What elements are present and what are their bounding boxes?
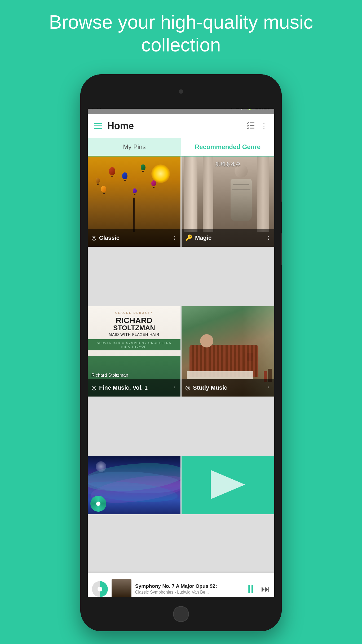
magic-key-icon: 🔑: [185, 234, 192, 241]
app-bar-left: Home: [94, 120, 134, 132]
fm-richard-text: RICHARD: [93, 316, 175, 324]
genre-item-fine-music[interactable]: CLAUDE DEBUSSY RICHARD STOLTZMAN MAID WI…: [88, 306, 180, 397]
hamburger-line-1: [94, 123, 102, 124]
genre-grid: ◎ Classic ⋮: [88, 156, 274, 573]
hero-title: Browse your high-quality music collectio…: [49, 11, 313, 55]
hamburger-menu-button[interactable]: [94, 123, 102, 129]
fm-claude-text: CLAUDE DEBUSSY: [93, 311, 175, 314]
fine-music-more-dots: ⋮: [173, 385, 177, 390]
magic-label-text: Magic: [195, 234, 211, 241]
app-bar: Home ⋮: [88, 114, 274, 138]
player-controls: ⏸ ⏭: [245, 583, 270, 595]
fine-music-label: ◎ Fine Music, Vol. 1 ⋮: [88, 379, 180, 397]
phone-outer: ♪ 🖼 📍 ⊖ ▲ ▶ 🔋 15:26: [80, 74, 282, 631]
app-bar-right: ⋮: [246, 121, 268, 130]
genre-item-magic[interactable]: 浜崎あゆみ 🔑 Magic ⋮: [182, 156, 274, 247]
tabs-bar: My Pins Recommended Genre: [88, 138, 274, 156]
fm-maid-text: MAID WITH FLAXEN HAIR: [93, 332, 175, 337]
player-title: Symphony No. 7 A Major Opus 92:: [135, 583, 241, 589]
screen: ♪ 🖼 📍 ⊖ ▲ ▶ 🔋 15:26: [88, 101, 274, 605]
play-pause-button[interactable]: ⏸: [245, 583, 257, 595]
checklist-button[interactable]: [246, 122, 255, 130]
phone-bottom-bezel: [80, 597, 282, 631]
player-artist: Classic Symphonies - Ludwig Van Be...: [135, 590, 241, 595]
checklist-icon: [246, 122, 255, 129]
player-info: Symphony No. 7 A Major Opus 92: Classic …: [135, 583, 241, 595]
classic-label: ◎ Classic ⋮: [88, 229, 180, 247]
hamburger-line-2: [94, 125, 102, 126]
tab-recommended-genre[interactable]: Recommended Genre: [181, 138, 274, 156]
home-button[interactable]: [173, 606, 189, 622]
fm-kirk-text: KIRK TREVOR: [93, 345, 175, 348]
study-more-dots: ⋮: [266, 385, 271, 390]
forward-arrow-icon: [211, 470, 245, 500]
aurora-vinyl-player: [90, 496, 106, 512]
genre-item-teal-arrow[interactable]: [182, 456, 274, 514]
genre-item-study[interactable]: ◎ Study Music ⋮: [182, 306, 274, 397]
front-camera: [179, 89, 183, 94]
next-track-button[interactable]: ⏭: [261, 584, 270, 594]
magic-more-dots: ⋮: [266, 236, 271, 241]
hero-section: Browse your high-quality music collectio…: [0, 11, 362, 56]
classic-more-dots: ⋮: [173, 236, 177, 241]
power-button[interactable]: [281, 233, 282, 265]
classic-vinyl-icon: ◎: [91, 234, 96, 241]
classic-label-text: Classic: [99, 234, 120, 241]
fine-music-label-text: Fine Music, Vol. 1: [99, 384, 148, 391]
tab-my-pins[interactable]: My Pins: [88, 138, 181, 156]
genre-item-aurora[interactable]: [88, 456, 180, 514]
magic-label: 🔑 Magic ⋮: [182, 229, 274, 247]
fine-music-vinyl-icon: ◎: [91, 384, 96, 391]
more-options-button[interactable]: ⋮: [260, 121, 268, 130]
study-label-text: Study Music: [193, 384, 227, 391]
study-music-label: ◎ Study Music ⋮: [182, 379, 274, 397]
volume-button[interactable]: [281, 180, 282, 202]
phone-top-bezel: [80, 74, 282, 109]
fm-stoltzman-text: STOLTZMAN: [93, 324, 175, 331]
hamburger-line-3: [94, 128, 102, 129]
fm-orchestra-text: SLOVAK RADIO SYMPHONY ORCHESTRA: [93, 341, 175, 345]
player-vinyl-progress[interactable]: [92, 581, 108, 597]
player-album-art: [112, 579, 131, 599]
genre-item-classic[interactable]: ◎ Classic ⋮: [88, 156, 180, 247]
fine-music-sublabel: Richard Stoltzman: [91, 373, 128, 378]
magic-japanese-text: 浜崎あゆみ: [182, 161, 274, 168]
study-vinyl-icon: ◎: [185, 384, 190, 391]
phone-wrapper: ♪ 🖼 📍 ⊖ ▲ ▶ 🔋 15:26: [80, 74, 282, 631]
app-title: Home: [107, 120, 134, 132]
svg-marker-3: [211, 470, 245, 499]
